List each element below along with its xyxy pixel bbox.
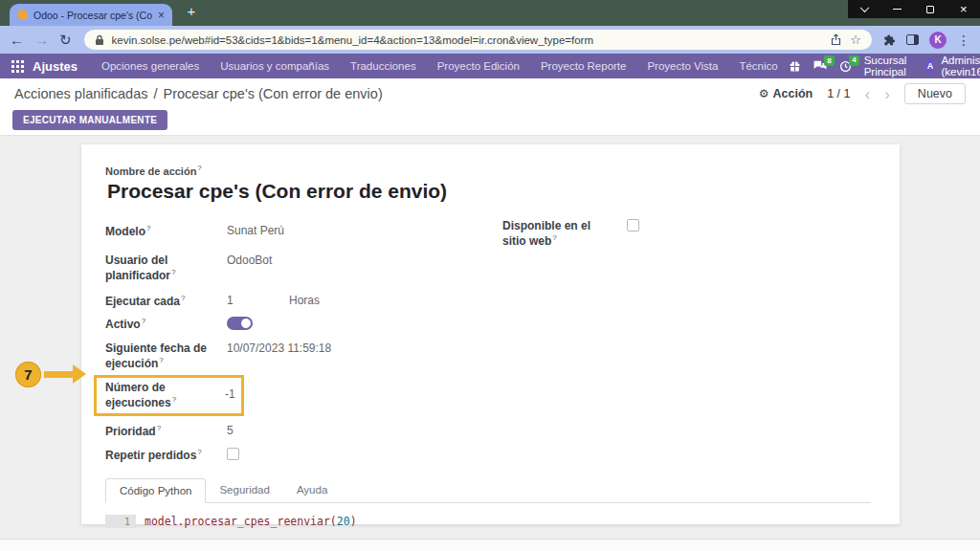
new-record-button[interactable]: Nuevo bbox=[904, 83, 966, 104]
tab-ayuda[interactable]: Ayuda bbox=[283, 478, 341, 503]
screen: Odoo - Procesar cpe's (Con erro × + × ← … bbox=[0, 0, 980, 551]
help-marker-icon: ? bbox=[146, 224, 150, 232]
annotation-arrow-head-icon bbox=[73, 364, 86, 384]
browser-tab[interactable]: Odoo - Procesar cpe's (Con erro × bbox=[10, 4, 172, 26]
breadcrumb: Acciones planificadas / Procesar cpe's (… bbox=[14, 86, 383, 101]
annotation-arrow bbox=[44, 371, 73, 378]
help-marker-icon: ? bbox=[171, 268, 175, 276]
field-row-prioridad: Prioridad? 5 bbox=[105, 424, 517, 439]
odoo-menubar: Ajustes Opciones generales Usuarios y co… bbox=[0, 54, 980, 78]
action-menu-label: Acción bbox=[773, 87, 813, 100]
field-row-activo: Activo? bbox=[105, 317, 517, 332]
pager-next-icon[interactable]: › bbox=[884, 86, 890, 102]
main-content: Nombre de acción? Procesar cpe's (Con er… bbox=[0, 136, 980, 539]
field-value-numero-ejecuciones[interactable]: -1 bbox=[225, 387, 235, 403]
help-marker-icon: ? bbox=[197, 448, 201, 456]
field-label-repetir-perdidos: Repetir perdidos? bbox=[105, 448, 222, 463]
share-icon[interactable] bbox=[830, 33, 842, 46]
extensions-puzzle-icon[interactable] bbox=[882, 33, 896, 47]
activities-badge: 4 bbox=[849, 55, 858, 66]
side-panel-icon[interactable] bbox=[906, 34, 919, 45]
annotation-step-number: 7 bbox=[15, 362, 41, 387]
field-row-modelo: Modelo? Sunat Perú bbox=[105, 224, 517, 239]
apps-grid-icon[interactable] bbox=[11, 60, 24, 73]
field-value-usuario[interactable]: OdooBot bbox=[227, 253, 272, 269]
activities-clock-icon[interactable]: 4 bbox=[839, 60, 852, 73]
tab-codigo-python[interactable]: Código Python bbox=[105, 478, 206, 503]
menubar-item-proyecto-reporte[interactable]: Proyecto Reporte bbox=[530, 60, 637, 72]
help-marker-icon: ? bbox=[172, 395, 176, 404]
action-name-value[interactable]: Procesar cpe's (Con error de envio) bbox=[107, 180, 871, 203]
field-value-siguiente-fecha[interactable]: 10/07/2023 11:59:18 bbox=[227, 342, 331, 357]
gear-icon: ⚙ bbox=[759, 87, 769, 100]
bottom-strip bbox=[0, 539, 980, 551]
menubar-item-traducciones[interactable]: Traducciones bbox=[340, 60, 427, 72]
code-line: 1 model.procesar_cpes_reenviar(20) bbox=[105, 515, 871, 528]
field-label-disponible-sitio-web: Disponible en el sitio web? bbox=[502, 219, 602, 249]
browser-toolbar: ← → ↻ kevin.solse.pe/web#id=53&cids=1&bi… bbox=[0, 26, 980, 54]
close-window-button[interactable]: × bbox=[947, 0, 980, 18]
menubar-item-proyecto-edicion[interactable]: Proyecto Edición bbox=[427, 60, 530, 72]
minimize-button[interactable] bbox=[881, 0, 915, 18]
control-panel: Acciones planificadas / Procesar cpe's (… bbox=[0, 78, 980, 136]
new-tab-button[interactable]: + bbox=[182, 2, 201, 21]
modules-gift-icon[interactable] bbox=[789, 60, 801, 73]
tab-title: Odoo - Procesar cpe's (Con erro bbox=[33, 10, 152, 21]
messages-icon[interactable]: 8 bbox=[813, 60, 827, 72]
run-manually-button[interactable]: EJECUTAR MANUALMENTE bbox=[12, 110, 167, 130]
field-value-prioridad[interactable]: 5 bbox=[227, 424, 234, 439]
window-menu-button[interactable] bbox=[848, 0, 881, 18]
menubar-item-opciones-generales[interactable]: Opciones generales bbox=[91, 60, 210, 72]
url-bar[interactable]: kevin.solse.pe/web#id=53&cids=1&bids=1&m… bbox=[84, 30, 872, 50]
user-avatar[interactable]: A bbox=[925, 58, 934, 74]
user-menu[interactable]: Administrator (kevin16) bbox=[941, 55, 980, 77]
menubar-item-proyecto-vista[interactable]: Proyecto Vista bbox=[636, 60, 728, 72]
field-row-repetir-perdidos: Repetir perdidos? bbox=[105, 448, 517, 463]
odoo-favicon-icon bbox=[17, 10, 28, 20]
field-label-usuario: Usuario del planificador? bbox=[105, 253, 222, 283]
highlight-box: Número de ejecuciones? -1 bbox=[94, 375, 244, 416]
menubar-item-tecnico[interactable]: Técnico bbox=[728, 60, 788, 72]
messages-badge: 8 bbox=[824, 55, 834, 66]
app-name[interactable]: Ajustes bbox=[33, 59, 78, 74]
chevron-down-icon bbox=[859, 3, 869, 12]
field-row-disponible-sitio-web: Disponible en el sitio web? bbox=[502, 219, 639, 249]
help-marker-icon: ? bbox=[197, 164, 201, 172]
breadcrumb-parent[interactable]: Acciones planificadas bbox=[14, 86, 147, 101]
bookmark-star-icon[interactable]: ☆ bbox=[850, 33, 861, 46]
field-row-siguiente-fecha: Siguiente fecha de ejecución? 10/07/2023… bbox=[105, 342, 517, 371]
browser-tab-strip: Odoo - Procesar cpe's (Con erro × + × bbox=[0, 0, 980, 26]
help-marker-icon: ? bbox=[552, 233, 556, 242]
menubar-item-usuarios-companias[interactable]: Usuarios y compañías bbox=[210, 60, 340, 72]
activo-toggle[interactable] bbox=[227, 317, 253, 330]
back-icon[interactable]: ← bbox=[10, 33, 24, 47]
minimize-icon bbox=[893, 9, 902, 11]
field-label-nombre-de-accion: Nombre de acción? bbox=[105, 164, 871, 177]
lock-icon bbox=[95, 34, 104, 46]
help-marker-icon: ? bbox=[159, 356, 163, 364]
action-menu-button[interactable]: ⚙ Acción bbox=[759, 87, 813, 100]
restore-icon bbox=[926, 6, 934, 13]
browser-profile-avatar[interactable]: K bbox=[929, 32, 947, 49]
reload-icon[interactable]: ↻ bbox=[59, 33, 72, 47]
code-line-number: 1 bbox=[105, 515, 136, 528]
restore-button[interactable] bbox=[914, 0, 947, 18]
code-text: model.procesar_cpes_reenviar(20) bbox=[145, 515, 357, 528]
tab-seguridad[interactable]: Seguridad bbox=[206, 478, 282, 503]
field-value-modelo[interactable]: Sunat Perú bbox=[227, 224, 284, 239]
repetir-perdidos-checkbox[interactable] bbox=[227, 448, 239, 460]
company-selector[interactable]: Sucursal Principal bbox=[864, 55, 914, 77]
help-marker-icon: ? bbox=[157, 424, 161, 432]
disponible-sitio-web-checkbox[interactable] bbox=[627, 219, 639, 231]
field-label-activo: Activo? bbox=[105, 317, 222, 332]
code-editor[interactable]: 1 model.procesar_cpes_reenviar(20) bbox=[105, 503, 871, 528]
field-label-modelo: Modelo? bbox=[105, 224, 222, 239]
tab-close-icon[interactable]: × bbox=[158, 9, 165, 22]
url-text[interactable]: kevin.solse.pe/web#id=53&cids=1&bids=1&m… bbox=[112, 34, 823, 46]
forward-icon[interactable]: → bbox=[34, 33, 49, 47]
field-value-ejecutar-cada[interactable]: 1 bbox=[227, 294, 289, 309]
field-unit-ejecutar-cada: Horas bbox=[289, 294, 320, 309]
pager-previous-icon[interactable]: ‹ bbox=[865, 86, 871, 102]
browser-menu-icon[interactable]: ⋮ bbox=[957, 33, 970, 48]
breadcrumb-separator: / bbox=[153, 86, 157, 101]
